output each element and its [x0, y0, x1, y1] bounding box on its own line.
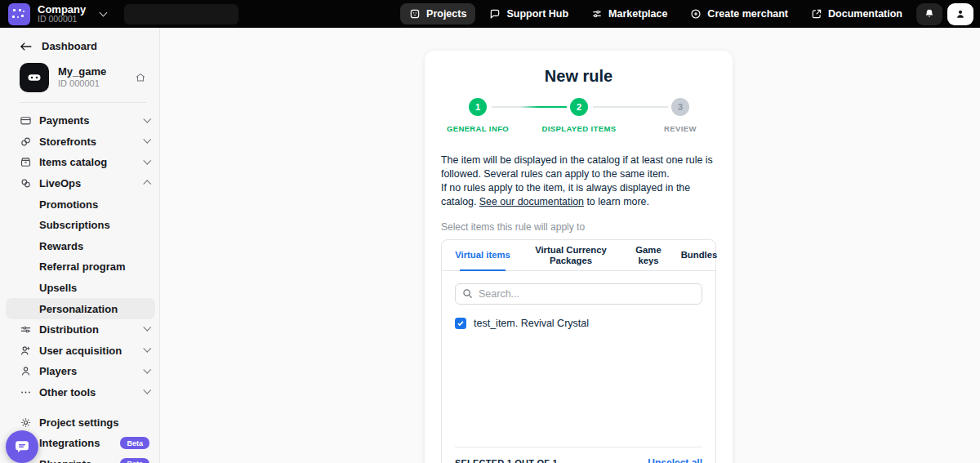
chevron-down-icon	[143, 114, 150, 122]
user-avatar-icon	[955, 8, 966, 20]
tab-bundles[interactable]: Bundles	[674, 240, 724, 270]
step-2-circle: 2	[570, 98, 588, 116]
step-1-circle: 1	[469, 98, 487, 116]
beta-badge: Beta	[120, 437, 149, 449]
item-label: test_item. Revival Crystal	[474, 318, 589, 329]
items-panel: Virtual items Virtual Currency Packages …	[441, 239, 716, 463]
nav-projects[interactable]: Projects	[400, 3, 475, 24]
support-hub-icon	[489, 8, 501, 20]
step-connector	[593, 106, 668, 108]
company-id: ID 000001	[38, 15, 86, 24]
chevron-down-icon	[143, 386, 150, 394]
payments-icon	[20, 114, 33, 127]
sidebar-item-storefronts[interactable]: Storefronts	[0, 131, 159, 153]
project-switcher-placeholder	[124, 4, 238, 24]
arrow-left-icon	[20, 42, 32, 51]
item-type-tabs: Virtual items Virtual Currency Packages …	[442, 240, 715, 271]
nav-label: Projects	[426, 8, 466, 20]
step-3-label: REVIEW	[664, 124, 697, 133]
sidebar-item-project-settings[interactable]: Project settings	[0, 412, 159, 433]
sidebar-item-distribution[interactable]: Distribution	[0, 319, 159, 341]
beta-badge: Beta	[120, 458, 149, 463]
search-input[interactable]	[455, 283, 702, 305]
bell-icon	[924, 8, 935, 20]
create-merchant-icon	[690, 8, 702, 20]
chat-widget-button[interactable]	[6, 430, 38, 463]
company-name: Company	[38, 4, 86, 16]
new-rule-card: New rule 1 2 3 GENERAL INFO DISPLAYED IT…	[425, 51, 733, 463]
tab-virtual-currency-packages[interactable]: Virtual Currency Packages	[519, 240, 623, 270]
back-label: Dashboard	[42, 40, 97, 52]
modal-title: New rule	[441, 67, 716, 86]
sidebar-item-upsells[interactable]: Upsells	[0, 278, 159, 299]
notifications-button[interactable]	[916, 3, 942, 25]
step-connector	[492, 106, 567, 108]
players-icon	[20, 365, 33, 377]
chevron-down-icon	[143, 365, 150, 372]
sidebar-item-subscriptions[interactable]: Subscriptions	[0, 215, 159, 236]
projects-icon	[409, 8, 421, 20]
unselect-all-link[interactable]: Unselect all	[648, 457, 702, 463]
search-icon	[461, 287, 474, 300]
step-3-circle: 3	[671, 98, 689, 116]
rule-description: The item will be displayed in the catalo…	[441, 154, 716, 209]
nav-label: Marketplace	[608, 8, 667, 20]
gear-icon	[20, 416, 33, 429]
items-catalog-icon	[20, 156, 33, 168]
topbar: Company ID 000001 Projects Support Hub M…	[0, 0, 980, 28]
nav-label: Support Hub	[506, 8, 568, 20]
back-to-dashboard[interactable]: Dashboard	[0, 28, 159, 52]
sidebar-item-payments[interactable]: Payments	[0, 110, 159, 131]
chevron-down-icon[interactable]	[100, 9, 108, 17]
chevron-down-icon	[143, 323, 150, 331]
nav-label: Create merchant	[707, 8, 788, 20]
nav-support-hub[interactable]: Support Hub	[480, 3, 577, 24]
documentation-link[interactable]: See our documentation	[479, 196, 584, 207]
project-card[interactable]: My_game ID 000001	[20, 63, 146, 103]
ellipsis-icon	[20, 386, 33, 398]
sidebar-item-promotions[interactable]: Promotions	[0, 194, 159, 215]
distribution-icon	[20, 323, 33, 336]
chevron-down-icon	[143, 136, 150, 143]
company-logo-icon[interactable]	[8, 3, 30, 25]
sidebar-item-players[interactable]: Players	[0, 361, 159, 382]
tab-game-keys[interactable]: Game keys	[623, 240, 674, 270]
step-2-label: DISPLAYED ITEMS	[542, 124, 617, 133]
list-item[interactable]: test_item. Revival Crystal	[455, 318, 702, 329]
user-acquisition-icon	[20, 345, 33, 357]
select-items-label: Select items this rule will apply to	[441, 221, 716, 233]
checkbox-checked-icon[interactable]	[455, 318, 466, 329]
account-button[interactable]	[947, 3, 973, 25]
sidebar-item-rewards[interactable]: Rewards	[0, 236, 159, 257]
chevron-up-icon	[143, 180, 150, 188]
sidebar-item-referral-program[interactable]: Referral program	[0, 256, 159, 278]
storefronts-icon	[20, 136, 33, 148]
selected-count: SELECTED 1 OUT OF 1	[455, 458, 558, 463]
documentation-icon	[811, 8, 822, 20]
sidebar-item-personalization[interactable]: Personalization	[6, 298, 155, 319]
tab-virtual-items[interactable]: Virtual items	[447, 240, 519, 270]
project-name: My_game	[58, 66, 106, 78]
sidebar: Dashboard My_game ID 000001 Payments Sto…	[0, 28, 160, 463]
sidebar-item-liveops[interactable]: LiveOps	[0, 173, 159, 194]
chat-bubble-icon	[14, 439, 30, 455]
nav-documentation[interactable]: Documentation	[802, 3, 911, 24]
nav-marketplace[interactable]: Marketplace	[582, 3, 676, 24]
sidebar-item-user-acquisition[interactable]: User acquisition	[0, 341, 159, 362]
nav-create-merchant[interactable]: Create merchant	[681, 3, 797, 24]
project-id: ID 000001	[58, 78, 106, 89]
home-icon[interactable]	[135, 72, 146, 83]
gamepad-icon	[20, 63, 49, 92]
marketplace-icon	[591, 8, 603, 20]
sidebar-item-items-catalog[interactable]: Items catalog	[0, 152, 159, 173]
nav-label: Documentation	[828, 8, 902, 20]
chevron-down-icon	[143, 157, 150, 164]
step-1-label: GENERAL INFO	[447, 124, 509, 133]
liveops-icon	[20, 177, 33, 189]
stepper: 1 2 3 GENERAL INFO DISPLAYED ITEMS REVIE…	[441, 98, 716, 140]
chevron-down-icon	[143, 345, 150, 352]
company-switcher[interactable]: Company ID 000001	[38, 4, 86, 24]
sidebar-item-other-tools[interactable]: Other tools	[0, 382, 159, 403]
